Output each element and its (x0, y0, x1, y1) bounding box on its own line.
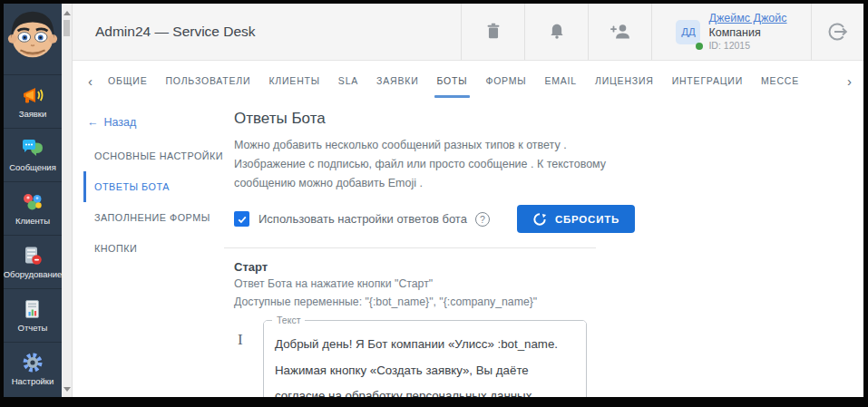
tab-clients[interactable]: КЛИЕНТЫ (259, 61, 328, 101)
section-divider (224, 247, 596, 248)
equipment-icon (21, 245, 44, 266)
sidebar-item-label: Отчеты (18, 323, 48, 333)
gear-icon (21, 352, 44, 373)
subnav-item-main-settings[interactable]: ОСНОВНЫЕ НАСТРОЙКИ (83, 141, 234, 171)
bell-icon (547, 21, 567, 43)
logout-icon (826, 20, 850, 44)
bot-answers-panel: Ответы Бота Можно добавить несколько соо… (234, 101, 863, 397)
text-field-wrap: Текст Добрый день! Я Бот компании «Улисс… (263, 320, 587, 397)
scroll-down-icon[interactable] (63, 387, 71, 392)
app-window: Заявки Сообщения Клиенты (4, 4, 863, 397)
sidebar-item-label: Заявки (19, 109, 47, 119)
start-answer-textarea[interactable]: Добрый день! Я Бот компании «Улисс» :bot… (263, 320, 587, 397)
avatar-image (5, 5, 61, 64)
start-section-subtitle: Ответ Бота на нажатие кнопки "Старт" (234, 277, 845, 292)
tab-scroll-area: ОБЩИЕ ПОЛЬЗОВАТЕЛИ КЛИЕНТЫ SLA ЗАЯВКИ БО… (99, 61, 841, 101)
main-column: Admin24 — Service Desk (73, 4, 863, 397)
back-arrow-icon: ← (87, 116, 99, 129)
user-avatar-badge: ДД (676, 20, 700, 44)
tab-messengers[interactable]: МЕССЕ (752, 61, 808, 101)
check-icon (237, 214, 248, 225)
sidebar-item-label: Настройки (12, 376, 54, 386)
user-name-link[interactable]: Джеймс Джойс (708, 11, 786, 25)
subnav-item-form-filling[interactable]: ЗАПОЛНЕНИЕ ФОРМЫ (83, 202, 234, 233)
online-status-dot (696, 43, 703, 50)
sidebar-item-label: Оборудование (4, 269, 62, 279)
tab-integrations[interactable]: ИНТЕГРАЦИИ (663, 61, 752, 101)
user-company: Компания (708, 25, 786, 40)
user-info: Джеймс Джойс Компания ID: 12015 (708, 11, 786, 53)
scrollbar-thumb[interactable] (63, 20, 70, 36)
start-text-field-row: I Текст Добрый день! Я Бот компании «Ули… (234, 320, 845, 397)
sidebar-item-settings[interactable]: Настройки (4, 342, 62, 395)
sidebar-item-equipment[interactable]: Оборудование (4, 235, 62, 288)
sidebar-item-label: Клиенты (15, 216, 50, 226)
page-title: Ответы Бота (234, 110, 845, 128)
tab-requests[interactable]: ЗАЯВКИ (367, 61, 427, 101)
sidebar-item-label: Сообщения (9, 162, 56, 172)
tabs-scroll-right-icon[interactable]: › (841, 73, 858, 89)
checkbox-label: Использовать настройки ответов бота (258, 212, 467, 226)
sidebar-item-requests[interactable]: Заявки (4, 74, 62, 128)
tab-sla[interactable]: SLA (329, 61, 367, 101)
back-link[interactable]: ← Назад (87, 116, 136, 129)
help-icon[interactable]: ? (475, 212, 490, 227)
tab-bots[interactable]: БОТЫ (428, 61, 477, 101)
sidebar: Заявки Сообщения Клиенты (4, 4, 62, 397)
content-area: ← Назад ОСНОВНЫЕ НАСТРОЙКИ ОТВЕТЫ БОТА З… (73, 101, 863, 397)
subnav-items: ОСНОВНЫЕ НАСТРОЙКИ ОТВЕТЫ БОТА ЗАПОЛНЕНИ… (83, 141, 234, 264)
megaphone-icon (21, 84, 44, 106)
reset-icon (532, 212, 547, 227)
tab-general[interactable]: ОБЩИЕ (99, 61, 156, 101)
chat-icon (21, 138, 44, 160)
user-initials: ДД (676, 20, 700, 44)
scroll-up-icon[interactable] (63, 11, 71, 15)
use-bot-answers-row: Использовать настройки ответов бота ? СБ… (234, 205, 845, 233)
app-title: Admin24 — Service Desk (73, 24, 461, 40)
clients-icon (21, 191, 44, 213)
settings-tab-bar: ‹ ОБЩИЕ ПОЛЬЗОВАТЕЛИ КЛИЕНТЫ SLA ЗАЯВКИ … (73, 61, 863, 101)
text-cursor-icon: I (234, 320, 263, 397)
sidebar-item-clients[interactable]: Клиенты (4, 181, 62, 235)
sidebar-item-messages[interactable]: Сообщения (4, 128, 62, 181)
start-answer-section: Старт Ответ Бота на нажатие кнопки "Стар… (234, 260, 845, 397)
start-section-variables: Доступные переменные: "{:bot_name}", "{:… (234, 296, 845, 310)
trash-button[interactable] (461, 4, 524, 60)
start-section-title: Старт (234, 260, 845, 274)
tab-users[interactable]: ПОЛЬЗОВАТЕЛИ (156, 61, 259, 101)
avatar[interactable] (4, 4, 62, 74)
back-label: Назад (104, 116, 137, 129)
bot-settings-subnav: ← Назад ОСНОВНЫЕ НАСТРОЙКИ ОТВЕТЫ БОТА З… (73, 101, 234, 397)
header: Admin24 — Service Desk (73, 4, 863, 61)
subnav-item-bot-answers[interactable]: ОТВЕТЫ БОТА (83, 171, 234, 202)
page-description: Можно добавить несколько сообщений разны… (234, 136, 615, 193)
reset-label: СБРОСИТЬ (555, 214, 619, 225)
reports-icon (21, 298, 44, 320)
tab-email[interactable]: EMAIL (535, 61, 586, 101)
tabs-scroll-left-icon[interactable]: ‹ (82, 73, 99, 89)
user-id: ID: 12015 (708, 40, 786, 53)
text-field-label: Текст (272, 315, 305, 325)
tab-forms[interactable]: ФОРМЫ (476, 61, 535, 101)
logout-button[interactable] (811, 4, 863, 60)
subnav-item-buttons[interactable]: КНОПКИ (83, 233, 234, 264)
reset-button[interactable]: СБРОСИТЬ (517, 205, 635, 233)
trash-icon (483, 21, 503, 43)
user-menu[interactable]: ДД Джеймс Джойс Компания ID: 12015 (651, 4, 811, 60)
scrollbar[interactable] (62, 4, 73, 397)
use-bot-answers-checkbox[interactable] (234, 211, 249, 227)
sidebar-item-reports[interactable]: Отчеты (4, 288, 62, 342)
notifications-button[interactable] (524, 4, 588, 60)
tab-license[interactable]: ЛИЦЕНЗИЯ (586, 61, 663, 101)
person-add-icon (609, 21, 632, 43)
add-user-button[interactable] (588, 4, 651, 60)
